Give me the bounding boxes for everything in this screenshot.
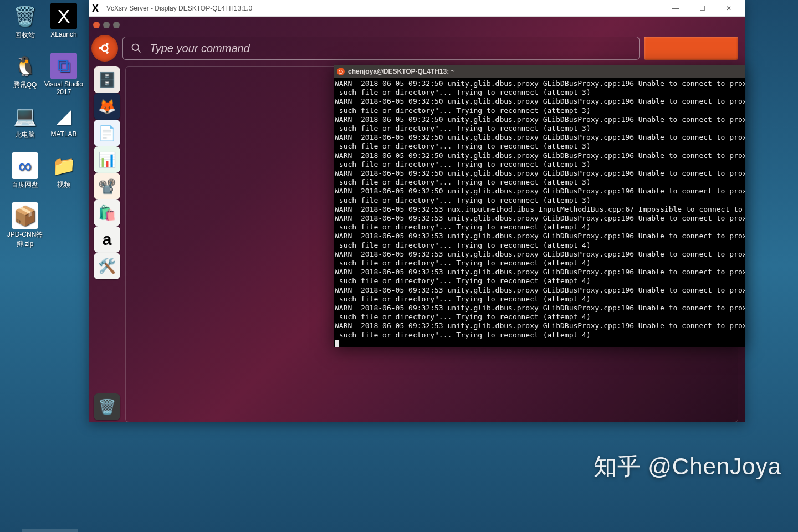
ubuntu-window-controls[interactable] xyxy=(93,22,120,28)
recycle-bin-icon: 🗑️ xyxy=(12,3,38,29)
minimize-button[interactable]: — xyxy=(663,1,688,16)
svg-point-0 xyxy=(102,45,108,52)
ubuntu-circle-icon: ◌ xyxy=(337,68,345,75)
jpd-cnn-zip-icon: 📦 xyxy=(12,202,38,229)
launcher-calc[interactable]: 📊 xyxy=(94,146,120,173)
visual-studio-icon: ⧉ xyxy=(50,53,77,79)
matlab-icon: ◢ xyxy=(50,103,77,129)
terminal-window[interactable]: ◌ chenjoya@DESKTOP-QL4TH13: ~ WARN 2018-… xyxy=(334,65,745,347)
desktop-icon-label: 腾讯QQ xyxy=(13,80,37,90)
launcher-software[interactable]: 🛍️ xyxy=(94,200,120,226)
launcher-firefox[interactable]: 🦊 xyxy=(94,93,120,120)
windows-desktop: 🗑️回收站🐧腾讯QQ💻此电脑∞百度网盘📦JPD-CNN答辩.zip XXLaun… xyxy=(0,0,89,532)
desktop-icon-visual-studio[interactable]: ⧉Visual Studio 2017 xyxy=(44,53,83,100)
vcxsrv-titlebar[interactable]: X VcXsrv Server - Display DESKTOP-QL4TH1… xyxy=(89,0,745,17)
desktop-icon-recycle-bin[interactable]: 🗑️回收站 xyxy=(6,3,44,50)
vcxsrv-title: VcXsrv Server - Display DESKTOP-QL4TH13:… xyxy=(106,4,663,12)
desktop-icon-baidu-netdisk[interactable]: ∞百度网盘 xyxy=(6,152,44,200)
desktop-icon-video-folder[interactable]: 📁视频 xyxy=(44,152,83,200)
terminal-output[interactable]: WARN 2018-06-05 09:32:50 unity.glib.dbus… xyxy=(334,78,745,347)
maximize-button[interactable]: ☐ xyxy=(689,1,715,16)
close-button[interactable]: ✕ xyxy=(716,1,741,16)
video-folder-icon: 📁 xyxy=(50,152,77,179)
search-icon xyxy=(131,43,142,54)
minimize-icon[interactable] xyxy=(103,22,110,28)
unity-launcher: 🗄️🦊📄📊📽️🛍️a🛠️ 🗑️ xyxy=(91,66,122,420)
desktop-icon-label: JPD-CNN答辩.zip xyxy=(6,230,44,249)
svg-point-3 xyxy=(106,51,109,54)
hud-search-input[interactable]: Type your command xyxy=(122,37,640,60)
svg-point-2 xyxy=(106,43,109,45)
terminal-title: chenjoya@DESKTOP-QL4TH13: ~ xyxy=(348,68,455,75)
this-pc-icon: 💻 xyxy=(12,103,38,129)
desktop-icon-jpd-cnn-zip[interactable]: 📦JPD-CNN答辩.zip xyxy=(6,202,44,249)
desktop-icon-label: MATLAB xyxy=(50,130,76,138)
xlaunch-icon: X xyxy=(50,3,77,29)
vcxsrv-x-icon: X xyxy=(92,3,102,13)
launcher-impress[interactable]: 📽️ xyxy=(94,173,120,200)
launcher-amazon[interactable]: a xyxy=(94,226,120,253)
desktop-icon-this-pc[interactable]: 💻此电脑 xyxy=(6,103,44,150)
tencent-qq-icon: 🐧 xyxy=(12,53,38,79)
zhihu-watermark: 知乎 @ChenJoya xyxy=(594,451,781,482)
maximize-icon[interactable] xyxy=(113,22,120,28)
svg-line-5 xyxy=(138,50,141,53)
desktop-icon-label: Visual Studio 2017 xyxy=(44,80,83,96)
desktop-icon-matlab[interactable]: ◢MATLAB xyxy=(44,103,83,150)
launcher-writer[interactable]: 📄 xyxy=(94,120,120,146)
launcher-files[interactable]: 🗄️ xyxy=(94,66,120,93)
baidu-netdisk-icon: ∞ xyxy=(12,152,38,179)
close-icon[interactable] xyxy=(93,22,100,28)
hud-placeholder: Type your command xyxy=(150,42,250,55)
desktop-icon-label: 百度网盘 xyxy=(12,180,38,190)
hud-result-box[interactable] xyxy=(644,37,738,60)
terminal-titlebar[interactable]: ◌ chenjoya@DESKTOP-QL4TH13: ~ xyxy=(334,65,745,78)
desktop-icon-label: 回收站 xyxy=(15,30,35,40)
windows-taskbar-hint xyxy=(22,529,78,532)
svg-point-4 xyxy=(132,44,139,51)
launcher-trash[interactable]: 🗑️ xyxy=(94,393,120,420)
desktop-icon-xlaunch[interactable]: XXLaunch xyxy=(44,3,83,50)
desktop-icon-tencent-qq[interactable]: 🐧腾讯QQ xyxy=(6,53,44,100)
ubuntu-logo-icon[interactable] xyxy=(91,35,118,62)
launcher-settings[interactable]: 🛠️ xyxy=(94,253,120,279)
desktop-icon-label: 视频 xyxy=(57,180,70,190)
desktop-icon-label: XLaunch xyxy=(50,30,76,38)
desktop-icon-label: 此电脑 xyxy=(15,130,35,140)
svg-point-1 xyxy=(99,47,101,50)
